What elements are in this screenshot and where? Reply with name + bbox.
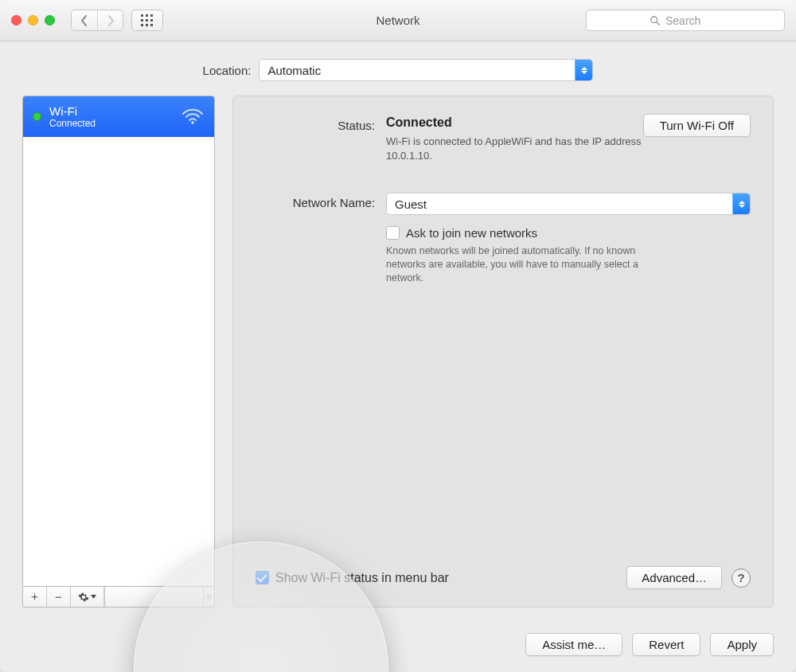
service-text: Wi-Fi Connected — [49, 104, 96, 129]
back-button[interactable] — [72, 10, 97, 30]
advanced-button[interactable]: Advanced… — [626, 566, 722, 589]
svg-rect-3 — [141, 19, 143, 21]
ask-to-join-row: Ask to join new networks — [386, 226, 751, 240]
svg-rect-1 — [146, 14, 148, 17]
location-row: Location: Automatic — [0, 41, 796, 96]
network-name-value: Guest — [395, 197, 427, 211]
help-button[interactable]: ? — [732, 568, 751, 588]
services-sidebar: Wi-Fi Connected — [22, 96, 215, 608]
svg-rect-0 — [141, 14, 143, 17]
turn-wifi-off-button[interactable]: Turn Wi-Fi Off — [643, 114, 751, 137]
location-value: Automatic — [267, 64, 321, 77]
stepper-icon — [575, 60, 592, 80]
sidebar-toolbar: ＋ − ≡ — [22, 587, 215, 608]
location-label: Location: — [203, 64, 252, 77]
main-content: Wi-Fi Connected — [0, 96, 796, 622]
search-input[interactable] — [665, 14, 721, 27]
zoom-button[interactable] — [45, 15, 55, 25]
wifi-icon — [181, 107, 205, 127]
apply-button[interactable]: Apply — [710, 633, 774, 656]
service-list[interactable]: Wi-Fi Connected — [22, 96, 215, 587]
toolbar-nav — [71, 10, 163, 31]
ask-to-join-checkbox[interactable] — [386, 226, 400, 240]
status-help-text: Wi-Fi is connected to AppleWiFi and has … — [386, 135, 673, 162]
show-in-menubar-label: Show Wi-Fi status in menu bar — [275, 571, 449, 585]
service-actions-button[interactable] — [71, 587, 104, 607]
svg-rect-7 — [146, 24, 148, 26]
gear-icon — [78, 592, 89, 603]
show-in-menubar-row: Show Wi-Fi status in menu bar — [256, 571, 449, 585]
ask-to-join-help: Known networks will be joined automatica… — [386, 244, 673, 285]
show-all-button[interactable] — [131, 10, 163, 31]
location-select[interactable]: Automatic — [259, 59, 593, 81]
revert-button[interactable]: Revert — [632, 633, 700, 656]
titlebar: Network — [0, 0, 796, 41]
network-preferences-window: Network Location: Automatic — [0, 0, 796, 672]
status-label: Status: — [256, 115, 375, 132]
close-button[interactable] — [11, 15, 21, 25]
show-in-menubar-checkbox[interactable] — [256, 571, 269, 584]
stepper-icon — [732, 193, 750, 214]
network-name-row: Network Name: Guest Ask to join new netw… — [256, 193, 751, 285]
network-name-select[interactable]: Guest — [386, 193, 751, 215]
minimize-button[interactable] — [28, 15, 38, 25]
add-service-button[interactable]: ＋ — [23, 587, 47, 607]
chevron-down-icon — [91, 595, 96, 599]
grid-icon — [141, 14, 154, 27]
assist-me-button[interactable]: Assist me… — [525, 633, 622, 656]
chevron-left-icon — [80, 15, 88, 26]
search-field[interactable] — [586, 10, 785, 31]
detail-panel: Turn Wi-Fi Off Status: Connected Wi-Fi i… — [232, 96, 774, 608]
service-status: Connected — [49, 118, 96, 129]
status-dot-icon — [33, 112, 41, 121]
window-controls — [11, 15, 55, 25]
service-name: Wi-Fi — [49, 104, 96, 118]
network-name-label: Network Name: — [256, 193, 375, 209]
svg-rect-8 — [150, 24, 153, 26]
resize-handle-icon: ≡ — [203, 587, 214, 607]
svg-rect-4 — [146, 19, 148, 21]
panel-bottom-row: Show Wi-Fi status in menu bar Advanced… … — [256, 566, 751, 589]
chevron-right-icon — [107, 15, 115, 26]
svg-line-10 — [657, 21, 659, 24]
back-forward-segment — [71, 10, 123, 31]
service-item-wifi[interactable]: Wi-Fi Connected — [23, 96, 214, 137]
remove-service-button[interactable]: − — [47, 587, 71, 607]
forward-button[interactable] — [97, 10, 123, 30]
ask-to-join-label: Ask to join new networks — [406, 226, 537, 240]
search-icon — [650, 15, 661, 26]
svg-point-11 — [191, 121, 194, 124]
svg-rect-6 — [141, 24, 143, 26]
svg-rect-2 — [150, 14, 153, 17]
footer-buttons: Assist me… Revert Apply — [0, 622, 796, 672]
svg-rect-5 — [150, 19, 153, 21]
